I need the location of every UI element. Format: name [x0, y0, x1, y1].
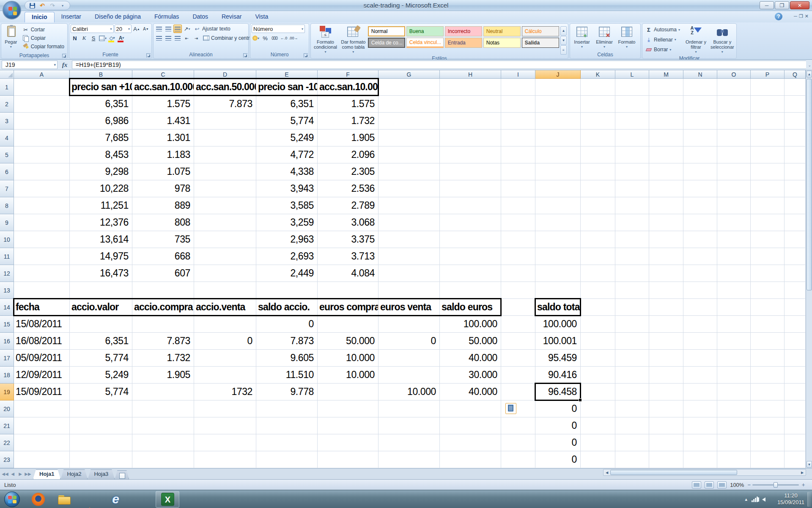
cell-E13[interactable] — [256, 282, 318, 299]
cell-E11[interactable]: 2,693 — [256, 248, 318, 265]
cell-B14[interactable]: accio.valor — [70, 299, 132, 316]
cell-O3[interactable] — [717, 113, 751, 130]
cell-P13[interactable] — [751, 282, 785, 299]
column-header-Q[interactable]: Q — [785, 70, 806, 79]
cell-I17[interactable] — [501, 350, 535, 367]
align-center-button[interactable] — [164, 34, 173, 42]
cell-C8[interactable]: 889 — [132, 197, 194, 214]
orientation-button[interactable]: ↗▾ — [183, 25, 191, 33]
cell-H10[interactable] — [440, 231, 501, 248]
cell-Q16[interactable] — [785, 333, 806, 350]
volume-icon[interactable] — [762, 497, 765, 502]
cell-N15[interactable] — [683, 316, 717, 333]
cell-Q4[interactable] — [785, 130, 806, 146]
cell-G11[interactable] — [379, 248, 440, 265]
align-middle-button[interactable] — [164, 25, 173, 33]
cell-B16[interactable]: 6,351 — [70, 333, 132, 350]
cell-N13[interactable] — [683, 282, 717, 299]
cell-M23[interactable] — [649, 451, 683, 468]
cell-E9[interactable]: 3,259 — [256, 214, 318, 231]
cell-F14[interactable]: euros compra — [318, 299, 379, 316]
column-header-G[interactable]: G — [379, 70, 440, 79]
cell-Q22[interactable] — [785, 434, 806, 451]
name-box[interactable]: J19▾ — [2, 61, 58, 69]
cell-O16[interactable] — [717, 333, 751, 350]
cell-K15[interactable] — [581, 316, 615, 333]
cell-D13[interactable] — [194, 282, 256, 299]
cell-P11[interactable] — [751, 248, 785, 265]
cell-K23[interactable] — [581, 451, 615, 468]
cell-N10[interactable] — [683, 231, 717, 248]
dialog-launcher-icon[interactable] — [146, 53, 151, 58]
cell-A5[interactable] — [14, 146, 70, 163]
cell-K21[interactable] — [581, 417, 615, 434]
sheet-tab-hoja2[interactable]: Hoja2 — [60, 469, 88, 479]
cell-K13[interactable] — [581, 282, 615, 299]
taskbar-icon-firefox[interactable] — [32, 493, 45, 506]
cell-J15[interactable]: 100.000 — [535, 316, 581, 333]
cell-B13[interactable] — [70, 282, 132, 299]
cell-G22[interactable] — [379, 434, 440, 451]
cell-G7[interactable] — [379, 180, 440, 197]
cell-L12[interactable] — [615, 265, 649, 282]
row-header-22[interactable]: 22 — [0, 434, 14, 451]
cell-H2[interactable] — [440, 96, 501, 113]
cell-C23[interactable] — [132, 451, 194, 468]
row-header-23[interactable]: 23 — [0, 451, 14, 468]
row-header-21[interactable]: 21 — [0, 417, 14, 434]
row-header-9[interactable]: 9 — [0, 214, 14, 231]
cell-F17[interactable]: 10.000 — [318, 350, 379, 367]
cell-D22[interactable] — [194, 434, 256, 451]
dialog-launcher-icon[interactable] — [62, 54, 66, 58]
cell-J16[interactable]: 100.001 — [535, 333, 581, 350]
cell-A9[interactable] — [14, 214, 70, 231]
copy-button[interactable]: Copiar — [21, 34, 66, 42]
cell-F21[interactable] — [318, 417, 379, 434]
cell-E17[interactable]: 9.605 — [256, 350, 318, 367]
cell-K4[interactable] — [581, 130, 615, 146]
cell-D8[interactable] — [194, 197, 256, 214]
cell-A14[interactable]: fecha — [14, 299, 70, 316]
column-header-P[interactable]: P — [751, 70, 785, 79]
cell-style-neutral[interactable]: Neutral — [483, 26, 521, 36]
cell-K17[interactable] — [581, 350, 615, 367]
cell-J13[interactable] — [535, 282, 581, 299]
scroll-up-icon[interactable]: ▲ — [807, 71, 812, 77]
workbook-close-button[interactable]: ✕ — [805, 14, 809, 19]
cell-D5[interactable] — [194, 146, 256, 163]
cell-E15[interactable]: 0 — [256, 316, 318, 333]
cell-N21[interactable] — [683, 417, 717, 434]
cell-A20[interactable] — [14, 400, 70, 417]
cell-O21[interactable] — [717, 417, 751, 434]
row-header-6[interactable]: 6 — [0, 163, 14, 180]
cell-M3[interactable] — [649, 113, 683, 130]
auto-fill-options-button[interactable] — [505, 403, 517, 416]
cell-L9[interactable] — [615, 214, 649, 231]
row-header-2[interactable]: 2 — [0, 96, 14, 113]
percent-button[interactable]: % — [261, 34, 269, 42]
worksheet-grid[interactable]: ABCDEFGHIJKLMNOPQ12345678910111213141516… — [0, 70, 806, 468]
start-button[interactable] — [4, 491, 20, 507]
number-format-select[interactable]: Número▾ — [252, 25, 305, 33]
cell-F10[interactable]: 3.375 — [318, 231, 379, 248]
cell-E8[interactable]: 3,585 — [256, 197, 318, 214]
cell-F20[interactable] — [318, 400, 379, 417]
cell-K20[interactable] — [581, 400, 615, 417]
cell-H14[interactable]: saldo euros — [440, 299, 501, 316]
cell-P16[interactable] — [751, 333, 785, 350]
cell-D21[interactable] — [194, 417, 256, 434]
cell-N9[interactable] — [683, 214, 717, 231]
cell-N11[interactable] — [683, 248, 717, 265]
cell-K19[interactable] — [581, 384, 615, 400]
cell-L2[interactable] — [615, 96, 649, 113]
zoom-out-icon[interactable]: − — [747, 482, 751, 488]
workbook-minimize-button[interactable]: ─ — [794, 14, 797, 19]
cell-F3[interactable]: 1.732 — [318, 113, 379, 130]
cell-L3[interactable] — [615, 113, 649, 130]
cell-H5[interactable] — [440, 146, 501, 163]
cell-A8[interactable] — [14, 197, 70, 214]
cell-M14[interactable] — [649, 299, 683, 316]
ribbon-tab-vista[interactable]: Vista — [248, 12, 275, 22]
cell-O20[interactable] — [717, 400, 751, 417]
cell-K10[interactable] — [581, 231, 615, 248]
